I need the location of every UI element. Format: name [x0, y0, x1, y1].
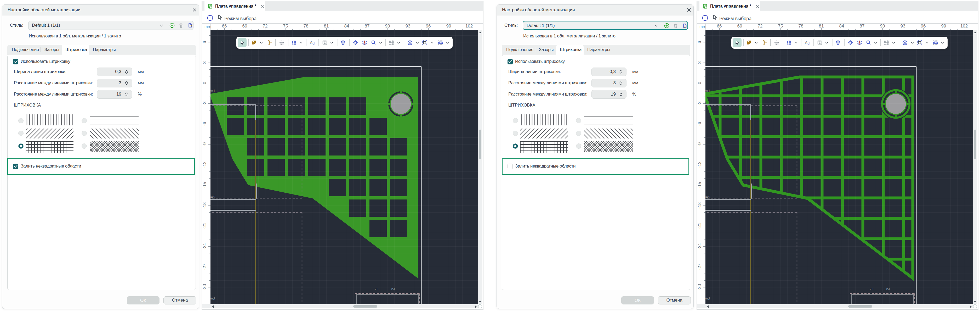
svg-text:DA1: DA1 — [210, 89, 215, 93]
svg-text:mm: mm — [700, 24, 706, 29]
svg-text:0: 0 — [697, 82, 702, 84]
svg-text:2: 2 — [391, 288, 396, 290]
svg-text:-15: -15 — [202, 182, 207, 188]
svg-text:-12: -12 — [202, 161, 207, 168]
svg-text:3: 3 — [697, 61, 702, 64]
svg-text:DA3: DA3 — [705, 297, 710, 301]
svg-text:-24: -24 — [202, 243, 207, 250]
svg-text:DA3: DA3 — [210, 297, 215, 301]
svg-text:-6: -6 — [202, 122, 207, 126]
svg-text:-30: -30 — [697, 284, 702, 290]
svg-text:0: 0 — [202, 82, 207, 84]
svg-text:6: 6 — [697, 41, 702, 43]
svg-text:-30: -30 — [202, 284, 207, 290]
svg-text:-21: -21 — [202, 223, 207, 229]
svg-text:-3: -3 — [202, 101, 207, 105]
svg-text:DA1: DA1 — [705, 89, 710, 93]
svg-text:DA2: DA2 — [210, 195, 215, 199]
svg-text:mm: mm — [204, 24, 211, 29]
svg-text:A: A — [805, 41, 808, 45]
svg-text:-24: -24 — [697, 243, 702, 250]
svg-text:2: 2 — [886, 288, 891, 290]
svg-text:6: 6 — [202, 41, 207, 43]
svg-text:-9: -9 — [697, 142, 702, 146]
svg-text:-9: -9 — [202, 142, 207, 146]
svg-text:-27: -27 — [202, 264, 207, 270]
svg-text:DA2: DA2 — [705, 195, 710, 199]
svg-text:-27: -27 — [697, 264, 702, 270]
svg-text:-6: -6 — [697, 122, 702, 126]
svg-text:1: 1 — [869, 288, 874, 290]
svg-text:1: 1 — [374, 288, 379, 290]
svg-text:-15: -15 — [697, 182, 702, 188]
svg-text:-3: -3 — [697, 101, 702, 105]
svg-text:-12: -12 — [697, 161, 702, 168]
svg-text:3: 3 — [202, 61, 207, 64]
svg-text:-18: -18 — [697, 203, 702, 209]
svg-text:A: A — [310, 41, 313, 45]
svg-text:-18: -18 — [202, 203, 207, 209]
svg-text:-21: -21 — [697, 223, 702, 229]
